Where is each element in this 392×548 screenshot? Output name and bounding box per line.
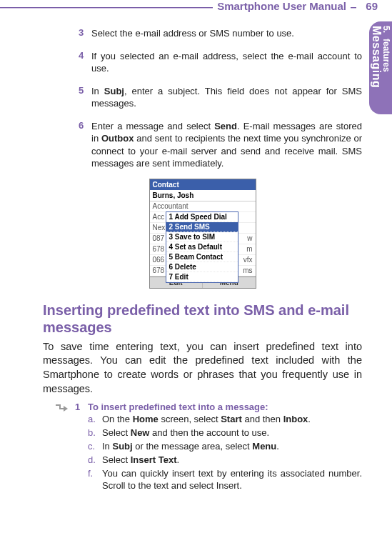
section-heading: Inserting predefined text into SMS and e… bbox=[43, 302, 362, 336]
page-content: 3Select the e-mail address or SMS number… bbox=[0, 27, 392, 494]
step-text: Select the e-mail address or SMS number … bbox=[91, 27, 294, 40]
page-header: Smartphone User Manual 69 bbox=[0, 0, 392, 20]
phone-screenshot: Contact Burns, Josh AccountantAccNex087w… bbox=[149, 179, 256, 289]
ss-menu-item: 4 Set as Default bbox=[166, 242, 238, 252]
task-number: 1 bbox=[75, 402, 88, 412]
screenshot-figure: Contact Burns, Josh AccountantAccNex087w… bbox=[43, 179, 362, 289]
manual-title: Smartphone User Manual bbox=[213, 0, 351, 12]
step-text: Enter a message and select Send. E-mail … bbox=[91, 120, 362, 170]
sub-step-text: You can quickly insert text by entering … bbox=[102, 468, 362, 492]
ss-menu-item: 2 Send SMS bbox=[166, 222, 238, 232]
section-intro: To save time entering text, you can inse… bbox=[43, 340, 362, 396]
page-number: 69 bbox=[366, 0, 378, 12]
task-title: To insert predefined text into a message… bbox=[88, 402, 268, 412]
ss-body: AccountantAccNex087w678m066vfx678ms 1 Ad… bbox=[150, 201, 256, 277]
sub-step: b.Select New and then the account to use… bbox=[88, 427, 362, 439]
sub-step-letter: f. bbox=[88, 468, 102, 492]
task-arrow-icon bbox=[54, 402, 75, 493]
sub-step-text: Select Insert Text. bbox=[102, 454, 179, 467]
sub-step-letter: c. bbox=[88, 441, 102, 453]
sub-step-letter: b. bbox=[88, 427, 102, 439]
step-item: 6Enter a message and select Send. E-mail… bbox=[79, 120, 362, 170]
step-number: 3 bbox=[79, 27, 91, 40]
ss-context-menu: 1 Add Speed Dial2 Send SMS3 Save to SIM4… bbox=[166, 211, 238, 283]
ss-bg-row: Accountant bbox=[150, 201, 256, 212]
step-item: 5In Subj, enter a subject. This field do… bbox=[79, 85, 362, 110]
step-number: 5 bbox=[79, 85, 91, 110]
chapter-tab-sub: features bbox=[381, 39, 391, 72]
step-item: 3Select the e-mail address or SMS number… bbox=[79, 27, 362, 40]
step-text: If you selected an e-mail address, selec… bbox=[91, 50, 362, 75]
step-text: In Subj, enter a subject. This field doe… bbox=[91, 85, 362, 110]
step-number: 6 bbox=[79, 120, 91, 170]
step-item: 4If you selected an e-mail address, sele… bbox=[79, 50, 362, 75]
chapter-tab: 5. Messaging features bbox=[369, 21, 392, 114]
sub-step: f.You can quickly insert text by enterin… bbox=[88, 468, 362, 492]
ss-contact-name: Burns, Josh bbox=[150, 190, 256, 201]
sub-step: d.Select Insert Text. bbox=[88, 454, 362, 467]
task-block: 1 To insert predefined text into a messa… bbox=[54, 402, 362, 493]
ss-menu-item: 1 Add Speed Dial bbox=[166, 212, 238, 222]
ss-menu-item: 5 Beam Contact bbox=[166, 252, 238, 262]
ss-menu-item: 6 Delete bbox=[166, 262, 238, 272]
step-number: 4 bbox=[79, 50, 91, 75]
ss-menu-item: 7 Edit bbox=[166, 272, 238, 282]
chapter-tab-num: 5. bbox=[381, 26, 391, 33]
sub-step-text: In Subj or the message area, select Menu… bbox=[102, 441, 279, 453]
sub-step: a.On the Home screen, select Start and t… bbox=[88, 414, 362, 426]
sub-step-text: Select New and then the account to use. bbox=[102, 427, 269, 439]
sub-step: c.In Subj or the message area, select Me… bbox=[88, 441, 362, 453]
sub-step-text: On the Home screen, select Start and the… bbox=[102, 414, 311, 426]
ss-titlebar: Contact bbox=[150, 179, 256, 190]
ss-menu-item: 3 Save to SIM bbox=[166, 232, 238, 242]
sub-step-letter: d. bbox=[88, 454, 102, 467]
sub-step-letter: a. bbox=[88, 414, 102, 426]
